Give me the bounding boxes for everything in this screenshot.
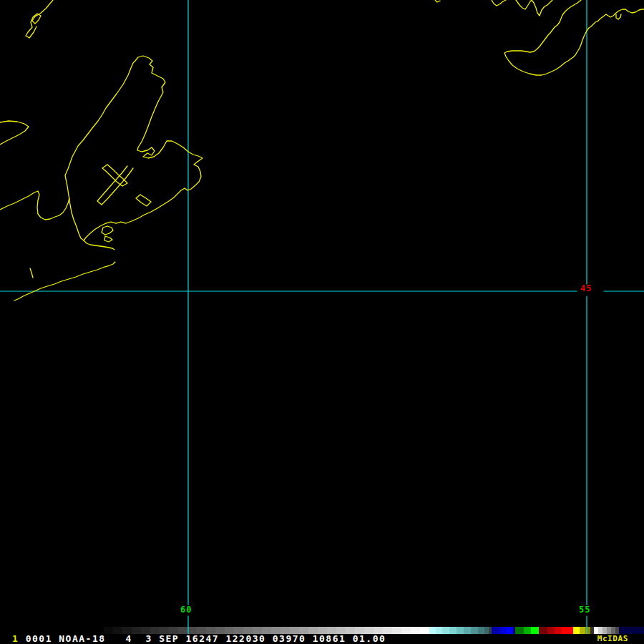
- grid-label-55w: 55: [578, 606, 591, 614]
- bras-dor-lake: [102, 165, 127, 186]
- pei-east-point: [0, 121, 29, 145]
- lennox-passage-coast: [84, 240, 114, 250]
- east-bay-inlet: [136, 195, 151, 206]
- ns-atlantic-coast: [14, 262, 115, 301]
- frame-number: 1: [12, 633, 19, 644]
- nfld-coast-c: [516, 0, 552, 16]
- mcidas-image-window: 45 60 55 1 0001 NOAA-18 4 3 SEP 16247 12…: [0, 0, 644, 644]
- cape-breton-island: [65, 56, 203, 240]
- nfld-islet-d: [616, 14, 621, 19]
- grid-label-45n: 45: [580, 285, 592, 293]
- coast-tick: [30, 268, 33, 278]
- map-canvas: [0, 0, 644, 644]
- nfld-coast-b: [492, 0, 506, 6]
- mcidas-brand-label: McIDAS: [597, 634, 628, 644]
- lennox-islet: [104, 236, 112, 242]
- annotation-text: 0001 NOAA-18 4 3 SEP 16247 122030 03970 …: [19, 633, 386, 644]
- annotation-bar: 1 0001 NOAA-18 4 3 SEP 16247 122030 0397…: [0, 634, 644, 644]
- ns-mainland-north-shore: [0, 191, 69, 220]
- nfld-southwest-coast: [504, 0, 644, 75]
- isle-madame: [102, 226, 113, 235]
- grid-label-60w: 60: [180, 606, 192, 614]
- magdalen-islands: [26, 0, 53, 38]
- nfld-islet-a: [435, 0, 440, 2]
